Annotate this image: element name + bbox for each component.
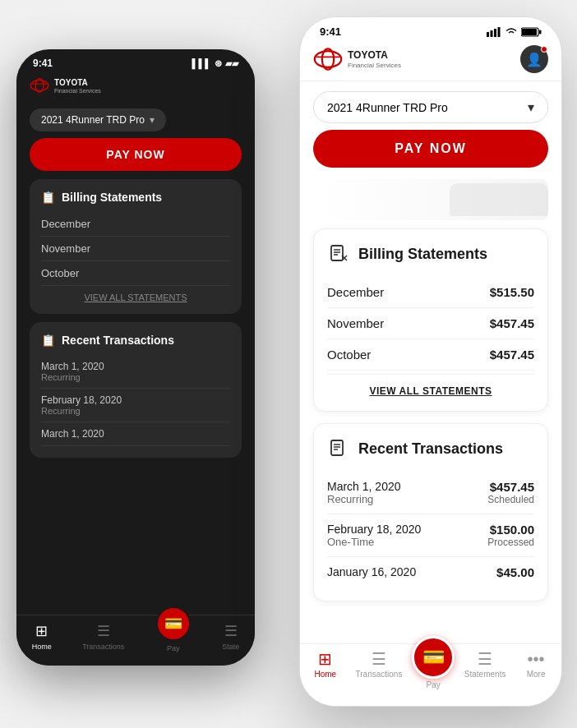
back-transactions-title: 📋 Recent Transactions — [41, 334, 230, 347]
back-home-icon: ⊞ — [35, 622, 48, 640]
trans-left-2: February 18, 2020 One-Time — [327, 523, 421, 548]
svg-rect-5 — [494, 29, 496, 37]
billing-amount-november: $457.45 — [490, 316, 534, 330]
front-nav-home[interactable]: ⊞ Home — [305, 651, 346, 689]
billing-svg-icon — [329, 244, 349, 264]
trans-right-2: $150.00 Processed — [487, 523, 534, 548]
billing-month-december: December — [327, 285, 384, 299]
back-time: 9:41 — [33, 58, 53, 69]
back-nav-state[interactable]: ☰ State — [222, 622, 239, 652]
front-scroll-area[interactable]: 2021 4Runner TRD Pro ▾ PAY NOW — [300, 81, 561, 680]
front-header: TOYOTA Financial Services 👤 — [300, 38, 561, 81]
battery-icon — [521, 27, 542, 37]
billing-amount-october: $457.45 — [490, 348, 534, 362]
front-phone: 9:41 — [299, 16, 562, 707]
back-notch — [86, 49, 185, 70]
back-brand: TOYOTA — [54, 78, 101, 88]
front-transactions-card: Recent Transactions March 1, 2020 Recurr… — [313, 423, 548, 601]
front-pay-now-button[interactable]: PAY NOW — [313, 130, 548, 168]
car-silhouette — [450, 183, 548, 216]
back-vehicle-name: 2021 4Runner TRD Pro — [41, 114, 145, 126]
back-trans-2: February 18, 2020 Recurring — [41, 389, 230, 422]
back-logo-icon — [30, 76, 49, 95]
billing-amount-december: $515.50 — [490, 285, 534, 299]
front-billing-title: Billing Statements — [327, 242, 534, 265]
back-state-icon: ☰ — [224, 622, 238, 640]
front-nav-statements[interactable]: ☰ Statements — [464, 651, 506, 689]
back-nav-transactions[interactable]: ☰ Transactions — [82, 622, 124, 652]
back-transactions-icon: 📋 — [41, 334, 55, 347]
back-chevron-icon: ▾ — [150, 114, 155, 126]
billing-row-october[interactable]: October $457.45 — [327, 339, 534, 371]
front-vehicle-selector[interactable]: 2021 4Runner TRD Pro ▾ — [313, 91, 548, 123]
car-image — [313, 179, 548, 220]
wifi-icon — [505, 27, 518, 37]
svg-point-10 — [315, 51, 341, 67]
front-toyota-logo: TOYOTA Financial Services — [313, 44, 401, 74]
transactions-svg-icon — [329, 439, 349, 458]
front-status-icons — [487, 27, 542, 37]
back-phone: 9:41 ▌▌▌ ⊛ ▰▰ TOYOTA Financial Services … — [16, 49, 255, 666]
back-nav-pay[interactable]: 💳 Pay — [155, 622, 192, 652]
back-billing-november: November — [41, 237, 230, 261]
svg-rect-13 — [331, 246, 343, 260]
front-logo-icon — [313, 44, 343, 74]
front-nav-transactions[interactable]: ☰ Transactions — [356, 651, 403, 689]
trans-row-2[interactable]: February 18, 2020 One-Time $150.00 Proce… — [327, 514, 534, 557]
back-header: TOYOTA Financial Services — [16, 69, 255, 102]
front-nav-pay[interactable]: 💳 Pay — [412, 636, 455, 689]
trans-left-1: March 1, 2020 Recurring — [327, 480, 401, 505]
back-toyota-logo: TOYOTA Financial Services — [30, 76, 101, 95]
front-statements-icon: ☰ — [478, 651, 492, 667]
back-trans-1: March 1, 2020 Recurring — [41, 355, 230, 389]
front-time: 9:41 — [320, 25, 341, 38]
svg-rect-6 — [498, 27, 501, 37]
back-billing-icon: 📋 — [41, 191, 55, 204]
back-brand-sub: Financial Services — [54, 88, 101, 94]
trans-left-3: January 16, 2020 — [327, 565, 416, 578]
front-home-icon: ⊞ — [318, 651, 332, 667]
front-brand-sub: Financial Services — [348, 62, 401, 69]
back-bottom-nav: ⊞ Home ☰ Transactions 💳 Pay ☰ State — [16, 615, 255, 666]
signal-icon — [487, 27, 501, 37]
front-view-all-billing[interactable]: VIEW ALL STATEMENTS — [327, 374, 534, 398]
trans-right-1: $457.45 Scheduled — [487, 480, 534, 505]
front-brand: TOYOTA — [348, 49, 401, 61]
avatar-button[interactable]: 👤 — [520, 45, 548, 73]
billing-month-october: October — [327, 348, 371, 362]
svg-rect-17 — [331, 440, 343, 455]
notification-dot — [541, 46, 547, 53]
billing-row-december[interactable]: December $515.50 — [327, 277, 534, 308]
back-vehicle-selector[interactable]: 2021 4Runner TRD Pro ▾ — [30, 108, 166, 131]
back-billing-title: 📋 Billing Statements — [41, 191, 230, 204]
front-notch — [377, 17, 484, 40]
back-nav-home[interactable]: ⊞ Home — [32, 622, 52, 652]
back-pay-button[interactable]: 💳 — [155, 606, 192, 642]
trans-right-3: $45.00 — [496, 565, 534, 579]
svg-point-0 — [30, 80, 48, 90]
front-pay-wallet-icon: 💳 — [422, 647, 445, 668]
front-pay-icon[interactable]: 💳 — [412, 636, 455, 679]
billing-month-november: November — [327, 316, 384, 330]
front-vehicle-name: 2021 4Runner TRD Pro — [327, 101, 448, 114]
front-nav-more[interactable]: ••• More — [515, 651, 556, 689]
transactions-icon — [327, 437, 350, 460]
billing-row-november[interactable]: November $457.45 — [327, 308, 534, 339]
svg-rect-8 — [522, 29, 537, 35]
front-billing-card: Billing Statements December $515.50 Nove… — [313, 228, 548, 412]
back-view-all[interactable]: VIEW ALL STATEMENTS — [41, 286, 230, 302]
trans-row-3[interactable]: January 16, 2020 $45.00 — [327, 557, 534, 587]
back-pay-now-button[interactable]: PAY NOW — [30, 138, 242, 171]
front-more-icon: ••• — [528, 651, 545, 667]
svg-rect-3 — [487, 32, 489, 37]
back-billing-december: December — [41, 212, 230, 237]
back-trans-3: March 1, 2020 — [41, 422, 230, 446]
view-all-billing-link[interactable]: VIEW ALL STATEMENTS — [369, 385, 492, 397]
front-transactions-title: Recent Transactions — [327, 437, 534, 460]
back-content: 2021 4Runner TRD Pro ▾ PAY NOW 📋 Billing… — [16, 102, 255, 458]
back-transactions-nav-icon: ☰ — [97, 622, 110, 640]
back-billing-october: October — [41, 261, 230, 286]
front-bottom-nav: ⊞ Home ☰ Transactions 💳 Pay ☰ Statements… — [300, 643, 561, 706]
back-billing-card: 📋 Billing Statements December November O… — [30, 179, 242, 314]
trans-row-1[interactable]: March 1, 2020 Recurring $457.45 Schedule… — [327, 472, 534, 514]
